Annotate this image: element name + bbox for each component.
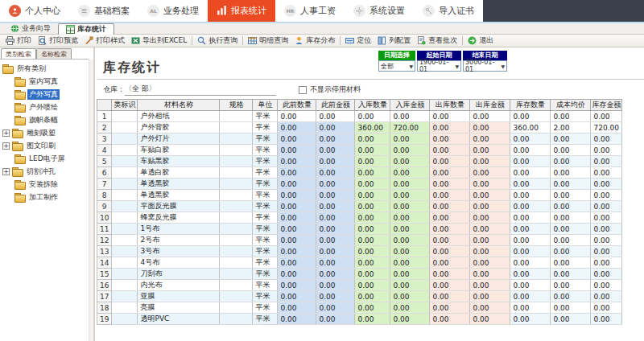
tab-active[interactable]: 库存统计 [58,23,114,35]
table-cell [112,246,138,257]
table-row[interactable]: 19透明PVC平米0.000.000.000.000.000.000.000.0… [97,314,622,325]
menu-item[interactable]: 个人中心 [0,0,69,22]
toolbar-button[interactable]: 列配置 [374,35,414,46]
toolbar-button[interactable]: 定位 [342,35,374,46]
table-cell [220,190,253,201]
end-date-dropdown[interactable]: 3000-01-01 ▼ [463,60,507,72]
table-row[interactable]: 8单透黑胶平米0.000.000.000.000.000.000.000.000… [97,190,622,201]
column-header[interactable]: 入库数量 [355,100,390,111]
toolbar-button[interactable]: 打印样式 [81,35,128,46]
column-header[interactable]: 类标识 [112,100,138,111]
tree-item[interactable]: 户外写真 [2,88,89,101]
table-header: 类标识材料名称规格单位此前数量此前金额入库数量入库金额出库数量出库金额库存数量成… [97,100,622,111]
menu-item[interactable]: 报表统计 [208,0,275,22]
table-cell: 0.00 [278,201,316,212]
tab-inactive[interactable]: 业务向导 [3,23,58,34]
toolbar-button[interactable]: 库存分布 [291,35,338,46]
menu-item[interactable]: HR人事工资 [275,0,345,22]
table-row[interactable]: 10蜂窝反光膜平米0.000.000.000.000.000.000.000.0… [97,212,622,224]
table-cell: 刀刮布 [138,269,220,280]
column-header[interactable]: 入库金额 [390,100,430,111]
table-row[interactable]: 5车贴黑胶平米0.000.000.000.000.000.000.000.000… [97,156,622,167]
table-row[interactable]: 4车贴白胶平米0.000.000.000.000.000.000.000.000… [97,145,622,156]
tree-item[interactable]: +雕刻吸塑 [2,126,89,139]
date-select-dropdown[interactable]: 全部 ▼ [378,60,415,72]
table-row[interactable]: 15刀刮布平米0.000.000.000.000.000.000.000.000… [97,269,622,280]
expand-plus-icon[interactable]: + [2,168,10,175]
table-cell: 0.00 [390,167,430,179]
table-cell: 平米 [253,190,278,201]
tree-item[interactable]: 加工制作 [2,191,89,203]
table-row[interactable]: 17亚膜平米0.000.000.000.000.000.000.000.000.… [97,291,622,302]
table-cell [220,179,253,190]
toolbar-button[interactable]: 打印 [2,35,35,46]
tree-item[interactable]: +图文印刷 [2,139,89,152]
tree-item[interactable]: +切割冲孔 [2,165,89,178]
table-row[interactable]: 18亮膜平米0.000.000.000.000.000.000.000.000.… [97,302,622,314]
table-cell: 0.00 [430,314,470,325]
table-row[interactable]: 9平面反光膜平米0.000.000.000.000.000.000.000.00… [97,201,622,212]
folder-icon [14,193,25,201]
table-row[interactable]: 6单透白胶平米0.000.000.000.000.000.000.000.000… [97,167,622,179]
table-cell: 0.00 [470,179,510,190]
toolbar-button[interactable]: 执行查询 [194,35,241,46]
column-header[interactable]: 出库金额 [470,100,510,111]
table-cell: 0.00 [430,145,470,156]
tree-item[interactable]: LED电子屏 [2,152,89,165]
expand-plus-icon[interactable]: + [2,142,10,150]
menu-item[interactable]: 导入证书 [414,0,483,22]
toolbar-button[interactable]: 打印预览 [35,35,81,46]
toolbar-button-label: 打印样式 [96,35,125,46]
sidebar-tab[interactable]: 名称检索 [36,48,72,59]
table-row[interactable]: 144号布平米0.000.000.000.000.000.000.000.000… [97,257,622,269]
table-row[interactable]: 111号布平米0.000.000.000.000.000.000.000.000… [97,224,622,235]
menu-item[interactable]: 系统设置 [345,0,414,22]
table-cell: 0.00 [470,122,510,134]
tree-item[interactable]: 旗帜条幅 [2,113,89,126]
column-header[interactable]: 材料名称 [138,100,220,111]
warehouse-value-dropdown[interactable]: 〈全 部〉 [125,84,276,96]
column-header[interactable]: 此前数量 [278,100,316,111]
column-header[interactable]: 库存金额 [591,100,622,111]
sidebar-tab[interactable]: 类别检索 [1,48,36,59]
tree-item[interactable]: 安装拆除 [2,178,89,191]
table-cell: 0.00 [551,246,591,257]
sidebar-scrollbar[interactable] [89,60,93,341]
column-header[interactable]: 单位 [253,100,278,111]
table-cell: 平米 [253,246,278,257]
column-header[interactable]: 规格 [220,100,253,111]
column-header[interactable]: 出库数量 [430,100,470,111]
table-row[interactable]: 3户外灯片平米0.000.000.000.000.000.000.000.000… [97,134,622,145]
table-row[interactable]: 122号布平米0.000.000.000.000.000.000.000.000… [97,235,622,246]
table-row[interactable]: 1户外相纸平米0.000.000.000.000.000.000.000.000… [97,111,622,122]
column-header[interactable]: 库存数量 [510,100,551,111]
table-cell [112,224,138,235]
table-cell: 0.00 [470,257,510,269]
hide-disabled-checkbox-row[interactable]: 不显示停用材料 [299,84,361,95]
start-date-dropdown[interactable]: 1900-01-01 ▼ [417,60,461,72]
expand-plus-icon[interactable]: + [2,129,10,137]
table-cell [112,111,138,122]
table-row[interactable]: 2户外背胶平米0.000.00360.00720.000.000.00360.0… [97,122,622,134]
table-row[interactable]: 7单透黑胶平米0.000.000.000.000.000.000.000.000… [97,179,622,190]
column-header[interactable]: 此前金额 [316,100,355,111]
tree-root[interactable]: 所有类别 [2,62,89,75]
table-row[interactable]: 16内光布平米0.000.000.000.000.000.000.000.000… [97,280,622,291]
table-row[interactable]: 133号布平米0.000.000.000.000.000.000.000.000… [97,246,622,257]
toolbar-button[interactable]: 退出 [464,35,497,46]
toolbar-button[interactable]: 导出到EXCEL [128,35,190,46]
menu-item[interactable]: AL业务处理 [138,0,208,22]
menu-item-label: 个人中心 [25,5,60,17]
tree-item[interactable]: 户外喷绘 [2,101,89,113]
search-icon [197,36,206,45]
menu-item[interactable]: 基础档案 [69,0,138,22]
column-header[interactable]: 成本均价 [551,100,591,111]
tree-item[interactable]: 室内写真 [2,75,89,88]
tree-item-label: 室内写真 [27,76,60,87]
end-date-column: 结束日期 3000-01-01 ▼ [463,51,507,72]
toolbar-button[interactable]: 查看批次 [414,35,460,46]
toolbar-button[interactable]: 明细查询 [245,35,291,46]
hide-disabled-checkbox[interactable] [299,86,307,94]
table-body: 1户外相纸平米0.000.000.000.000.000.000.000.000… [97,111,622,325]
column-header[interactable] [97,100,112,111]
